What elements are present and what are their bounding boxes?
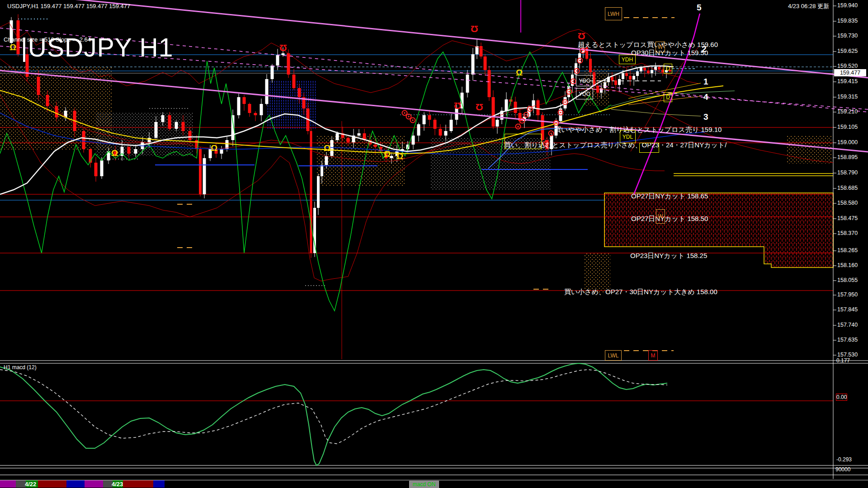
candle-body — [444, 131, 448, 136]
wave-count-number: 2 — [702, 44, 707, 54]
level-tag-box-d: D — [664, 64, 672, 74]
level-tag-box-ydc: YDC — [576, 75, 593, 86]
macd-axis-label: 0.177 — [836, 357, 850, 364]
candle-body — [374, 145, 377, 147]
candle-body — [321, 165, 323, 176]
candle-body — [622, 73, 624, 79]
candle-body — [317, 176, 320, 208]
down-arrow-icon: Ω — [476, 102, 483, 113]
price-axis-label: 159.000 — [837, 139, 858, 145]
session-segment — [0, 480, 16, 488]
candle-body — [347, 138, 350, 142]
price-axis-label: 158.160 — [837, 262, 858, 268]
omega-signal-icon: Ω — [211, 143, 217, 153]
candle-body — [237, 97, 241, 115]
price-axis-label: 159.730 — [837, 33, 858, 39]
order-level-annotation: 買いやや小さめ・割り込むとストップロス売り 159.10 — [554, 126, 722, 134]
level-tag-box-d: D — [664, 92, 672, 102]
candle-body — [260, 104, 263, 115]
price-axis-label: 158.790 — [837, 169, 858, 176]
candle-body — [505, 99, 508, 111]
price-axis-label: 159.625 — [837, 48, 858, 54]
omega-signal-icon: Ω — [516, 68, 523, 78]
candle-body — [488, 70, 491, 97]
candle-body — [484, 56, 487, 70]
session-segment — [16, 480, 26, 488]
volume-axis-label: 90000 — [835, 466, 850, 473]
candle-body — [532, 100, 535, 108]
trade-signal-dot — [529, 108, 531, 110]
candle-body — [496, 120, 499, 127]
order-level-annotation: OP27日NYカット 158.65 — [631, 192, 708, 201]
date-label: 4/22 — [25, 481, 36, 488]
candle-body — [428, 115, 431, 120]
order-level-annotation: OP23日NYカット 158.25 — [630, 252, 707, 260]
price-axis-label: 159.415 — [837, 78, 858, 84]
wave-count-number: 3 — [703, 112, 708, 122]
candle-body — [313, 208, 316, 253]
candle-body — [604, 82, 606, 88]
cloud-area — [787, 136, 832, 164]
candle-body — [330, 140, 334, 156]
candle-body — [325, 156, 328, 165]
price-axis-label: 158.475 — [837, 215, 858, 221]
level-tag-box-w: W — [656, 42, 665, 52]
candle-body — [618, 79, 621, 85]
candle-body — [100, 160, 104, 176]
trade-signal-dot — [579, 60, 581, 61]
candle-body — [175, 122, 178, 129]
price-axis-label: 157.530 — [837, 352, 858, 358]
price-axis-label: 159.940 — [837, 2, 858, 9]
candle-body — [37, 77, 40, 95]
line-khaki-ptr3 — [611, 109, 701, 116]
candle-body — [161, 115, 165, 122]
candle-body — [298, 88, 301, 97]
candle-body — [168, 115, 171, 129]
candle-body — [412, 136, 415, 145]
candle-body — [423, 115, 426, 124]
trade-signal-dot — [525, 114, 527, 116]
candle-body — [134, 149, 137, 154]
down-arrow-icon: Ω — [471, 23, 478, 34]
candle-body — [640, 68, 642, 71]
candle-body — [537, 100, 540, 115]
candle-body — [417, 124, 420, 136]
candle-body — [282, 53, 285, 55]
trade-signal-dot — [521, 120, 523, 122]
trade-signal-dot — [576, 70, 578, 72]
trade-signal-dot — [564, 101, 566, 103]
macd-axis-label: 0.00 — [836, 394, 847, 400]
order-level-annotation: OP30日NYカット 159.50 — [631, 49, 708, 57]
session-segment — [153, 480, 165, 488]
price-chart[interactable] — [0, 0, 868, 488]
price-axis-label: 158.265 — [837, 247, 858, 253]
price-axis-label: 157.845 — [837, 306, 858, 313]
symbol-ohlc-line: USDJPY,H1 159.477 159.477 159.477 159.47… — [7, 3, 130, 9]
trade-signal-dot — [550, 132, 552, 134]
candle-body — [629, 76, 632, 80]
candle-body — [434, 120, 437, 129]
omega-signal-icon: Ω — [111, 148, 118, 158]
macd-signal-line — [0, 370, 667, 444]
price-axis-label: 158.685 — [837, 185, 858, 191]
omega-signal-icon: Ω — [324, 143, 330, 153]
candle-body — [182, 122, 185, 131]
price-axis-label: 157.740 — [837, 322, 858, 328]
price-axis-label: 158.055 — [837, 277, 858, 283]
price-axis-label: 158.580 — [837, 200, 858, 206]
price-axis-label: 158.895 — [837, 154, 858, 160]
level-tag-box-lwh: LWH — [605, 7, 622, 20]
candle-body — [466, 75, 469, 93]
macd-main-line — [0, 363, 667, 465]
price-axis-label: 158.370 — [837, 230, 858, 236]
candle-body — [271, 66, 274, 79]
candle-body — [248, 104, 251, 113]
candle-body — [287, 53, 290, 75]
candle-body — [148, 138, 151, 142]
candle-body — [439, 129, 442, 136]
trade-signal-dot — [555, 122, 557, 124]
trade-signal-dot — [572, 80, 574, 82]
candle-body — [358, 133, 361, 136]
macd-toggle-button[interactable]: macd ON — [409, 481, 439, 488]
level-tag-box-ydh: YDH — [619, 55, 636, 64]
